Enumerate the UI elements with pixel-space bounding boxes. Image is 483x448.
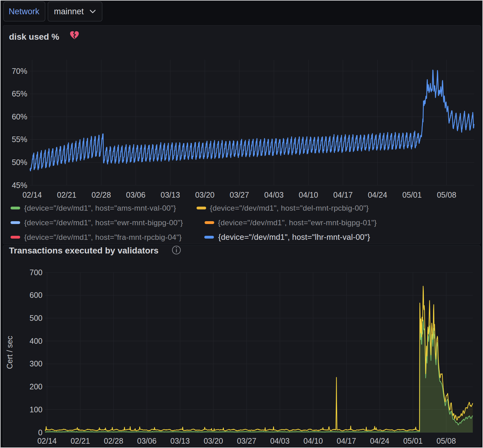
svg-text:70%: 70% (12, 67, 27, 75)
svg-text:mainnet: mainnet (54, 7, 84, 16)
svg-text:03/20: 03/20 (195, 190, 215, 199)
svg-text:04/03: 04/03 (264, 190, 284, 199)
svg-text:03/13: 03/13 (161, 190, 180, 199)
svg-text:05/08: 05/08 (437, 190, 456, 199)
svg-text:03/27: 03/27 (237, 437, 256, 445)
svg-text:65%: 65% (12, 89, 27, 98)
svg-text:300: 300 (29, 359, 42, 368)
svg-text:04/24: 04/24 (368, 190, 387, 199)
svg-text:04/10: 04/10 (299, 190, 318, 199)
svg-text:45%: 45% (12, 181, 27, 190)
svg-text:500: 500 (29, 314, 42, 322)
svg-text:{device="/dev/md1", host="ams-: {device="/dev/md1", host="ams-mnt-val-00… (24, 204, 176, 212)
svg-text:200: 200 (29, 382, 42, 391)
svg-text:disk used %: disk used % (9, 32, 59, 42)
svg-text:{device="/dev/md1", host="ewr-: {device="/dev/md1", host="ewr-mnt-bigpg-… (24, 218, 183, 227)
svg-text:04/24: 04/24 (370, 437, 389, 445)
svg-text:{device="/dev/md1", host="fra-: {device="/dev/md1", host="fra-mnt-rpcbig… (24, 233, 182, 241)
svg-text:Cert / sec: Cert / sec (5, 336, 14, 369)
svg-text:{device="/dev/md1", host="lhr-: {device="/dev/md1", host="lhr-mnt-val-00… (218, 233, 370, 241)
svg-text:02/28: 02/28 (104, 437, 123, 445)
svg-text:04/17: 04/17 (337, 437, 356, 445)
svg-text:04/10: 04/10 (304, 437, 323, 445)
svg-text:02/21: 02/21 (57, 190, 77, 199)
svg-text:60%: 60% (12, 112, 27, 121)
svg-text:600: 600 (29, 291, 42, 299)
svg-text:03/13: 03/13 (171, 437, 190, 445)
svg-text:700: 700 (29, 268, 42, 277)
svg-text:03/06: 03/06 (126, 190, 146, 199)
svg-text:02/28: 02/28 (91, 190, 111, 199)
svg-text:02/14: 02/14 (37, 437, 57, 445)
svg-text:400: 400 (29, 337, 42, 345)
svg-text:03/27: 03/27 (230, 190, 249, 199)
svg-text:55%: 55% (12, 135, 27, 144)
svg-text:{device="/dev/md1", host="ewr-: {device="/dev/md1", host="ewr-mnt-bigpg-… (218, 218, 377, 227)
svg-text:02/21: 02/21 (71, 437, 90, 445)
svg-text:Network: Network (9, 7, 40, 16)
svg-text:02/14: 02/14 (22, 190, 42, 199)
svg-text:04/17: 04/17 (333, 190, 353, 199)
svg-text:03/06: 03/06 (137, 437, 157, 445)
svg-text:{device="/dev/md1", host="del-: {device="/dev/md1", host="del-mnt-rpcbig… (210, 204, 369, 212)
svg-text:05/01: 05/01 (403, 437, 423, 445)
svg-text:05/08: 05/08 (436, 437, 456, 445)
svg-text:50%: 50% (12, 158, 27, 167)
svg-text:0: 0 (38, 428, 42, 437)
svg-text:03/20: 03/20 (204, 437, 223, 445)
svg-text:Transactions executed by valid: Transactions executed by validators (9, 246, 158, 255)
svg-text:100: 100 (29, 405, 42, 414)
svg-text:04/03: 04/03 (270, 437, 290, 445)
svg-text:05/01: 05/01 (402, 190, 422, 199)
